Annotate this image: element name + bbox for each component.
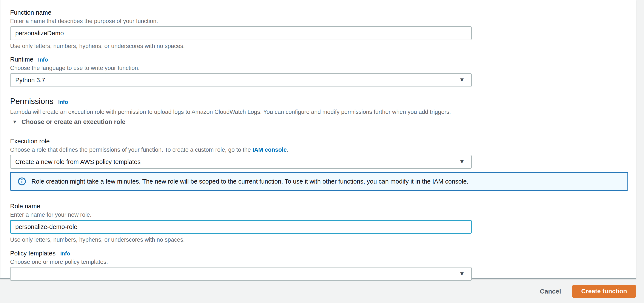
chevron-down-icon: ▼ [459,77,465,83]
runtime-section: Runtime Info Choose the language to use … [10,50,627,87]
expander-label: Choose or create an execution role [22,118,126,126]
chevron-down-icon: ▼ [459,270,465,277]
runtime-info-link[interactable]: Info [38,57,48,63]
function-name-description: Enter a name that describes the purpose … [10,18,627,25]
policy-templates-info-link[interactable]: Info [60,250,70,257]
create-function-button[interactable]: Create function [572,285,636,298]
alert-message: Role creation might take a few minutes. … [32,178,468,185]
role-creation-info-alert: Role creation might take a few minutes. … [10,172,628,191]
permissions-description: Lambda will create an execution role wit… [10,108,627,116]
runtime-label: Runtime [10,56,33,63]
role-name-description: Enter a name for your new role. [10,211,627,218]
policy-templates-section: Policy templates Info Choose one or more… [10,243,627,281]
cancel-button[interactable]: Cancel [540,288,561,295]
policy-templates-label: Policy templates [10,249,56,257]
execution-role-select[interactable]: Create a new role from AWS policy templa… [10,155,472,169]
iam-console-link[interactable]: IAM console [252,147,287,153]
permissions-heading: Permissions [10,96,54,106]
triangle-down-icon: ▼ [12,119,17,125]
runtime-selected-value: Python 3.7 [15,77,45,84]
execution-role-description-period: . [287,147,288,153]
permissions-info-link[interactable]: Info [58,99,68,105]
role-name-section: Role name Enter a name for your new role… [10,191,627,243]
function-name-input[interactable] [10,26,472,40]
chevron-down-icon: ▼ [459,158,465,165]
info-circle-icon [18,177,26,185]
execution-role-description-text: Choose a role that defines the permissio… [10,147,252,153]
role-name-label: Role name [10,202,40,210]
policy-templates-select[interactable]: ▼ [10,267,472,281]
execution-role-expander[interactable]: ▼ Choose or create an execution role [10,118,627,126]
create-function-form-card: Function name Enter a name that describe… [0,0,636,279]
permissions-heading-row: Permissions Info [10,87,627,106]
runtime-select[interactable]: Python 3.7 ▼ [10,73,472,87]
function-name-constraint-text: Use only letters, numbers, hyphens, or u… [10,42,627,50]
execution-role-selected-value: Create a new role from AWS policy templa… [15,158,140,165]
policy-templates-description: Choose one or more policy templates. [10,258,627,265]
function-name-label: Function name [10,9,52,16]
role-name-constraint-text: Use only letters, numbers, hyphens, or u… [10,236,627,243]
execution-role-label: Execution role [10,137,50,145]
footer-action-bar: Cancel Create function [0,279,644,303]
execution-role-description: Choose a role that defines the permissio… [10,146,627,153]
execution-role-section: Execution role Choose a role that define… [10,128,627,191]
function-name-section: Function name Enter a name that describe… [10,0,627,50]
role-name-input[interactable] [10,220,472,234]
runtime-description: Choose the language to use to write your… [10,64,627,72]
